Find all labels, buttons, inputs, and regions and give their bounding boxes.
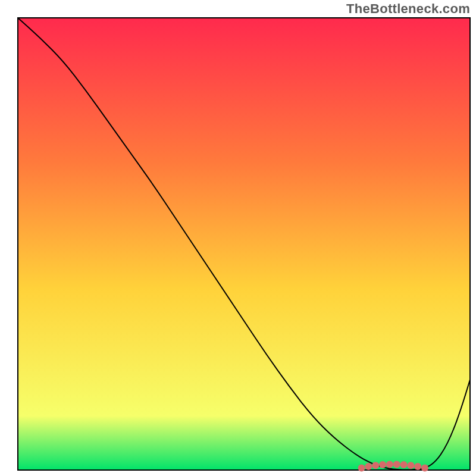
highlight-dot: [414, 463, 421, 470]
highlight-dot: [393, 461, 400, 468]
highlight-dot: [372, 462, 379, 469]
highlight-dot: [400, 461, 408, 468]
highlight-dot: [379, 461, 386, 468]
watermark-text: TheBottleneck.com: [346, 1, 470, 17]
highlight-dot: [365, 463, 372, 470]
chart-svg: [0, 0, 476, 476]
highlight-dot: [386, 461, 393, 468]
highlight-dot: [407, 462, 414, 469]
highlight-dot: [358, 464, 365, 471]
highlight-dot: [421, 464, 428, 471]
plot-background: [18, 18, 470, 470]
chart-root: { "watermark": "TheBottleneck.com", "pal…: [0, 0, 476, 476]
